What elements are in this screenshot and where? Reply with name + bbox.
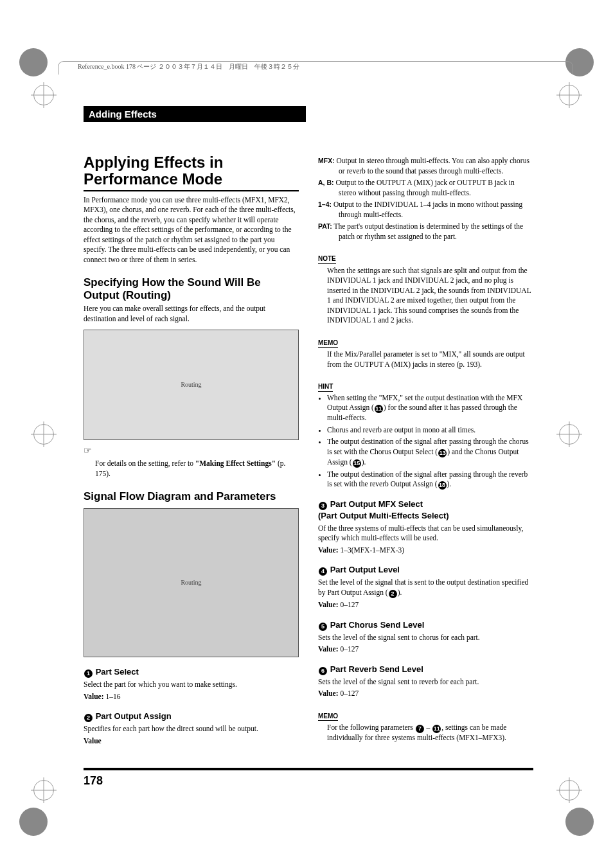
part-select-value: Value: 1–16 xyxy=(84,692,299,702)
corner-ornament-tl xyxy=(19,48,48,76)
page-title: Applying Effects in Performance Mode xyxy=(84,154,299,191)
print-job-header: Reference_e.book 178 ページ ２００３年７月１４日 月曜日 … xyxy=(58,61,573,75)
reverb-send-desc: Sets the level of the signal sent to rev… xyxy=(318,677,533,687)
hint-icon xyxy=(318,382,333,392)
reverb-send-value: Value: 0–127 xyxy=(318,689,533,699)
routing-intro: Here you can make overall settings for e… xyxy=(84,304,299,324)
routing-screenshot-large: Routing xyxy=(84,508,299,657)
chorus-send-desc: Sets the level of the signal sent to cho… xyxy=(318,633,533,643)
registration-mark xyxy=(33,424,54,445)
part-output-assign-value-label: Value xyxy=(84,736,299,747)
cross-ref-icon: ☞ xyxy=(84,445,299,457)
hint-item: When setting the "MFX," set the output d… xyxy=(327,393,533,423)
param-heading-part-output-level: 4 Part Output Level xyxy=(318,564,533,576)
output-level-desc: Set the level of the signal that is sent… xyxy=(318,578,533,598)
output-level-value: Value: 0–127 xyxy=(318,600,533,610)
corner-ornament-bl xyxy=(19,808,48,836)
heading-signal-flow: Signal Flow Diagram and Parameters xyxy=(84,490,299,503)
note-text: When the settings are such that signals … xyxy=(318,266,533,326)
memo-text-1: If the Mix/Parallel parameter is set to … xyxy=(318,350,533,369)
left-column: Applying Effects in Performance Mode In … xyxy=(84,154,299,748)
intro-paragraph: In Performance mode you can use three mu… xyxy=(84,195,299,265)
page-number: 178 xyxy=(84,774,103,788)
right-column: MFX: Output in stereo through multi-effe… xyxy=(318,154,533,748)
memo-icon xyxy=(318,712,338,722)
mfx-select-desc: Of the three systems of multi-effects th… xyxy=(318,524,533,544)
chorus-send-value: Value: 0–127 xyxy=(318,644,533,655)
param-heading-reverb-send: 6 Part Reverb Send Level xyxy=(318,664,533,675)
mfx-select-value: Value: 1–3(MFX-1–MFX-3) xyxy=(318,545,533,556)
cross-ref-text: For details on the setting, refer to "Ma… xyxy=(84,459,299,479)
hint-item: The output destination of the signal aft… xyxy=(327,437,533,468)
value-option-1-4: 1–4: Output to the INDIVIDUAL 1–4 jacks … xyxy=(318,200,533,220)
memo-icon xyxy=(318,339,338,348)
registration-mark xyxy=(559,424,580,445)
value-option-pat: PAT: The part's output destination is de… xyxy=(318,222,533,242)
hint-item: The output destination of the signal aft… xyxy=(327,470,533,490)
part-select-desc: Select the part for which you want to ma… xyxy=(84,680,299,690)
hint-list: When setting the "MFX," set the output d… xyxy=(327,393,533,490)
routing-screenshot-small: Routing xyxy=(84,330,299,440)
registration-mark xyxy=(33,85,54,105)
note-icon xyxy=(318,254,336,264)
param-heading-part-select: 1 Part Select xyxy=(84,666,299,678)
param-heading-chorus-send: 5 Part Chorus Send Level xyxy=(318,619,533,631)
value-option-mfx: MFX: Output in stereo through multi-effe… xyxy=(318,156,533,176)
registration-mark xyxy=(559,780,580,801)
heading-routing: Specifying How the Sound Will Be Output … xyxy=(84,276,299,301)
part-output-assign-desc: Specifies for each part how the direct s… xyxy=(84,724,299,734)
value-option-ab: A, B: Output to the OUTPUT A (MIX) jack … xyxy=(318,178,533,198)
hint-item: Chorus and reverb are output in mono at … xyxy=(327,425,533,436)
param-heading-part-output-assign: 2 Part Output Assign xyxy=(84,711,299,722)
corner-ornament-br xyxy=(565,808,594,836)
memo-text-2: For the following parameters 7 – 11, set… xyxy=(318,723,533,743)
footer-rule xyxy=(84,768,533,770)
registration-mark xyxy=(559,85,580,105)
section-header-bar: Adding Effects xyxy=(84,106,306,122)
param-heading-part-output-mfx-select: 3 Part Output MFX Select(Part Output Mul… xyxy=(318,499,533,522)
registration-mark xyxy=(33,780,54,801)
